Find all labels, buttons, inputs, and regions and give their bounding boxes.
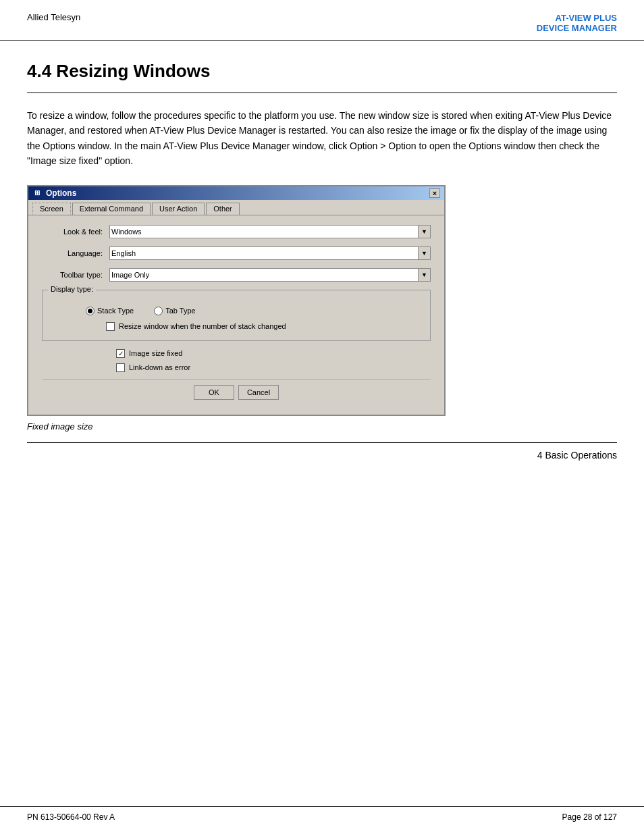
dialog-tabs: Screen External Command User Action Othe… <box>28 200 444 215</box>
section-title: 4.4 Resizing Windows <box>27 61 617 82</box>
main-content: 4.4 Resizing Windows To resize a window,… <box>0 41 644 494</box>
language-label: Language: <box>42 249 109 257</box>
look-feel-arrow[interactable]: ▼ <box>419 225 431 238</box>
image-size-fixed-row: Image size fixed <box>42 349 431 358</box>
tab-screen[interactable]: Screen <box>32 203 71 215</box>
titlebar-left: ⊞ Options <box>32 188 76 198</box>
stack-type-radio[interactable] <box>86 307 95 315</box>
tab-external-command[interactable]: External Command <box>72 203 151 215</box>
tab-type-radio[interactable] <box>154 307 163 315</box>
link-down-error-checkbox[interactable] <box>116 363 125 372</box>
app-info: AT-VIEW PLUS DEVICE MANAGER <box>537 12 617 33</box>
look-feel-select-wrapper: Windows ▼ <box>109 225 431 238</box>
display-type-group: Display type: Stack Type Tab Type Resize… <box>42 290 431 341</box>
stack-type-option[interactable]: Stack Type <box>86 307 134 315</box>
language-arrow[interactable]: ▼ <box>419 246 431 260</box>
dialog-app-icon: ⊞ <box>32 188 42 198</box>
page-footer: PN 613-50664-00 Rev A Page 28 of 127 <box>0 806 644 822</box>
link-down-error-row: Link-down as error <box>42 363 431 372</box>
toolbar-select-wrapper: Image Only ▼ <box>109 268 431 282</box>
top-divider <box>27 93 617 93</box>
image-size-fixed-checkbox[interactable] <box>116 349 125 358</box>
tab-type-label: Tab Type <box>165 307 195 315</box>
language-select[interactable]: English <box>109 246 419 260</box>
footer-left: PN 613-50664-00 Rev A <box>27 812 115 822</box>
page-header: Allied Telesyn AT-VIEW PLUS DEVICE MANAG… <box>0 0 644 41</box>
display-type-legend: Display type: <box>48 285 96 293</box>
stack-type-label: Stack Type <box>97 307 134 315</box>
toolbar-arrow[interactable]: ▼ <box>419 268 431 282</box>
toolbar-row: Toolbar type: Image Only ▼ <box>42 268 431 282</box>
look-feel-row: Look & feel: Windows ▼ <box>42 225 431 238</box>
toolbar-label: Toolbar type: <box>42 271 109 279</box>
radio-row: Stack Type Tab Type <box>52 307 421 315</box>
tab-user-action[interactable]: User Action <box>152 203 205 215</box>
toolbar-select[interactable]: Image Only <box>109 268 419 282</box>
company-name: Allied Telesyn <box>27 12 80 22</box>
dialog-titlebar: ⊞ Options × <box>28 186 444 200</box>
dialog-body: Look & feel: Windows ▼ Language: English… <box>28 215 444 415</box>
link-down-error-label: Link-down as error <box>129 363 190 371</box>
caption: Fixed image size <box>27 421 617 432</box>
language-select-wrapper: English ▼ <box>109 246 431 260</box>
tab-other[interactable]: Other <box>206 203 240 215</box>
dialog-footer: OK Cancel <box>42 379 431 408</box>
resize-checkbox[interactable] <box>106 322 115 331</box>
look-feel-label: Look & feel: <box>42 228 109 236</box>
language-row: Language: English ▼ <box>42 246 431 260</box>
resize-check-row: Resize window when the number of stack c… <box>52 322 421 331</box>
app-name: AT-VIEW PLUS <box>556 13 617 23</box>
resize-label: Resize window when the number of stack c… <box>119 322 286 330</box>
footer-nav: 4 Basic Operations <box>27 450 617 461</box>
options-dialog: ⊞ Options × Screen External Command User… <box>27 185 446 416</box>
dialog-close-button[interactable]: × <box>429 188 440 198</box>
tab-type-option[interactable]: Tab Type <box>154 307 195 315</box>
dialog-title: Options <box>46 188 76 198</box>
image-size-fixed-label: Image size fixed <box>129 349 182 357</box>
ok-button[interactable]: OK <box>194 385 234 400</box>
footer-right: Page 28 of 127 <box>562 812 617 822</box>
body-text: To resize a window, follow the procedure… <box>27 108 617 169</box>
extra-options: Image size fixed Link-down as error <box>42 349 431 372</box>
cancel-button[interactable]: Cancel <box>238 385 279 400</box>
app-subtitle: DEVICE MANAGER <box>537 23 617 33</box>
bottom-divider <box>27 442 617 443</box>
look-feel-select[interactable]: Windows <box>109 225 419 238</box>
